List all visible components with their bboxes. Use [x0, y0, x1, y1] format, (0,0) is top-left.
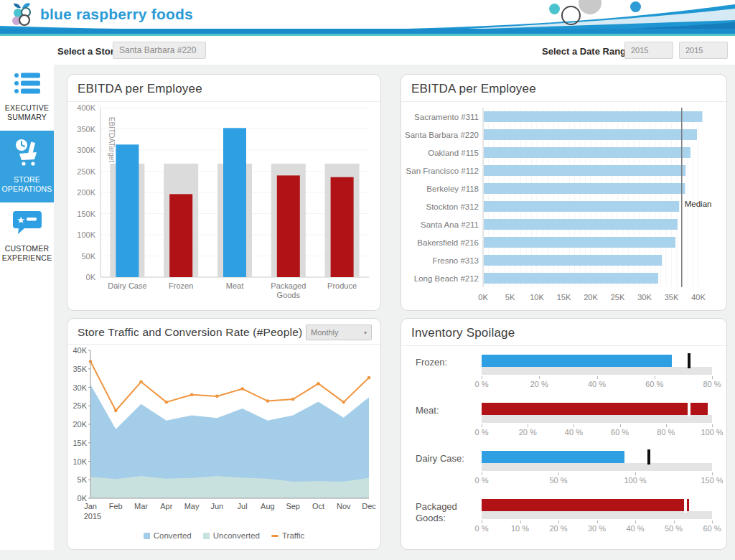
date-range-start-input[interactable] [624, 42, 673, 59]
traffic-point-mar[interactable] [139, 380, 143, 383]
panel-title: EBITDA per Employee [411, 82, 536, 95]
y-tick-label: 25K [72, 401, 87, 410]
traffic-point-may[interactable] [190, 393, 194, 397]
y-tick-label: 350K [77, 125, 95, 134]
x-category-label: Produce [327, 281, 357, 290]
store-bar-sacramento-311[interactable] [484, 111, 703, 122]
traffic-point-jun[interactable] [215, 395, 219, 398]
traffic-point-aug[interactable] [266, 399, 270, 403]
store-bar-long-beach-212[interactable] [484, 273, 658, 284]
bullet-tick-label: 0 % [475, 428, 489, 437]
x-tick-label: 35K [665, 293, 679, 302]
y-tick-label: 300K [77, 146, 95, 154]
panel-title: EBITDA per Employee [78, 82, 202, 95]
bullet-tick-mark [674, 521, 675, 523]
raspberry-icon [10, 1, 34, 27]
traffic-line[interactable] [90, 361, 369, 411]
app-header: blue raspberry foods [0, 0, 735, 36]
bullet-tick-mark [520, 521, 521, 523]
legend-item-converted[interactable]: Converted [144, 531, 192, 540]
legend-item-unconverted[interactable]: Unconverted [203, 531, 260, 540]
bullet-tick-mark [528, 424, 528, 427]
bullet-tick-mark [597, 376, 598, 379]
legend-label: Unconverted [213, 531, 260, 540]
y-tick-label: 250K [77, 167, 95, 176]
store-bar-fresno-313[interactable] [484, 255, 662, 266]
panel-ebitda-per-employee-dept: EBITDA per Employee 0K50K100K150K200K250… [67, 74, 381, 311]
bullet-value-bar[interactable] [482, 403, 708, 415]
bullet-track-area: 0 %20 %40 %60 %80 % [482, 355, 712, 395]
panel-title: Store Traffic and Conversion Rate (#Peop… [78, 326, 302, 338]
bullet-label: Packaged Goods: [416, 499, 482, 539]
x-tick-label: 10K [530, 293, 544, 302]
legend-item-traffic[interactable]: Traffic [271, 531, 304, 540]
bullet-tick-label: 20 % [549, 524, 567, 533]
x-category-label: Frozen [169, 281, 193, 290]
x-month-label: Aug [261, 502, 275, 510]
traffic-point-feb[interactable] [114, 409, 118, 413]
date-range-end-input[interactable] [679, 42, 728, 59]
x-month-label: May [184, 502, 200, 510]
area-chart-svg: 0K5K10K15K20K25K30K35K40KJan2015FebMarAp… [67, 345, 376, 527]
bullet-tick-mark [635, 521, 636, 523]
store-bar-stockton-312[interactable] [484, 201, 679, 212]
traffic-point-apr[interactable] [165, 401, 169, 404]
bullet-target-marker [688, 401, 690, 416]
value-bar-frozen[interactable] [169, 194, 192, 277]
bullet-value-bar[interactable] [482, 451, 624, 463]
bullet-tick-label: 30 % [588, 524, 606, 533]
value-bar-meat[interactable] [223, 128, 246, 277]
x-year-label: 2015 [84, 512, 101, 521]
store-label: Sacramento #311 [414, 113, 479, 121]
bullet-tick-mark [482, 472, 482, 475]
bullet-range-track [482, 367, 712, 375]
x-category-label: Dairy Case [108, 281, 146, 290]
traffic-area-chart: 0K5K10K15K20K25K30K35K40KJan2015FebMarAp… [67, 345, 380, 530]
store-bar-oakland-115[interactable] [484, 147, 690, 158]
legend-label: Traffic [282, 531, 304, 540]
store-bar-berkeley-118[interactable] [484, 183, 685, 194]
store-label: Santa Barbara #220 [405, 131, 479, 139]
bullet-tick-mark [597, 521, 598, 523]
bullet-tick-mark [666, 424, 667, 427]
store-bar-san-francisco-112[interactable] [484, 165, 685, 176]
sidebar-item-executive-summary[interactable]: EXECUTIVE SUMMARY [0, 65, 54, 131]
interval-dropdown[interactable]: Monthly ▾ [306, 325, 372, 340]
x-tick-label: 20K [584, 293, 598, 302]
bullet-range-track [482, 463, 712, 471]
traffic-point-sep[interactable] [291, 398, 295, 401]
value-bar-dairy-case[interactable] [116, 144, 139, 277]
traffic-point-oct[interactable] [317, 382, 320, 386]
traffic-point-nov[interactable] [342, 401, 345, 404]
bullet-label: Meat: [416, 403, 482, 443]
store-bar-bakersfield-216[interactable] [484, 237, 675, 248]
bullet-track-area: 0 %50 %100 %150 % [482, 451, 712, 491]
sidebar-item-store-operations[interactable]: STORE OPERATIONS [0, 131, 54, 202]
store-label: Oakland #115 [428, 149, 479, 157]
bullet-tick-label: 50 % [549, 476, 567, 485]
legend-square-icon [203, 533, 210, 539]
y-tick-label: 40K [72, 346, 87, 355]
store-bar-santa-ana-211[interactable] [484, 219, 678, 230]
sidebar-item-label: EXECUTIVE SUMMARY [1, 103, 52, 122]
bullet-target-marker [684, 498, 687, 513]
decorative-circle-blue [630, 1, 641, 12]
store-bar-santa-barbara-220[interactable] [484, 129, 697, 140]
store-label: Santa Ana #211 [421, 220, 479, 229]
legend-square-icon [144, 533, 150, 539]
store-select-input[interactable] [113, 42, 206, 59]
bullet-tick-label: 80 % [703, 380, 721, 388]
traffic-point-dec[interactable] [368, 376, 371, 380]
bullet-value-bar[interactable] [482, 499, 689, 511]
traffic-point-jul[interactable] [240, 387, 244, 391]
value-bar-packaged-goods[interactable] [277, 175, 300, 277]
value-bar-produce[interactable] [331, 177, 354, 277]
svg-text:★: ★ [17, 215, 25, 225]
bullet-row-meat: Meat:0 %20 %40 %60 %80 %100 % [416, 403, 712, 443]
x-tick-label: 30K [637, 293, 652, 302]
x-month-label: Sep [286, 502, 300, 510]
sidebar-item-customer-experience[interactable]: ★ CUSTOMER EXPERIENCE [0, 202, 54, 271]
hbar-chart-svg: Sacramento #311Santa Barbara #220Oakland… [401, 102, 724, 309]
bullet-target-marker [647, 449, 650, 465]
bullet-value-bar[interactable] [482, 355, 672, 367]
